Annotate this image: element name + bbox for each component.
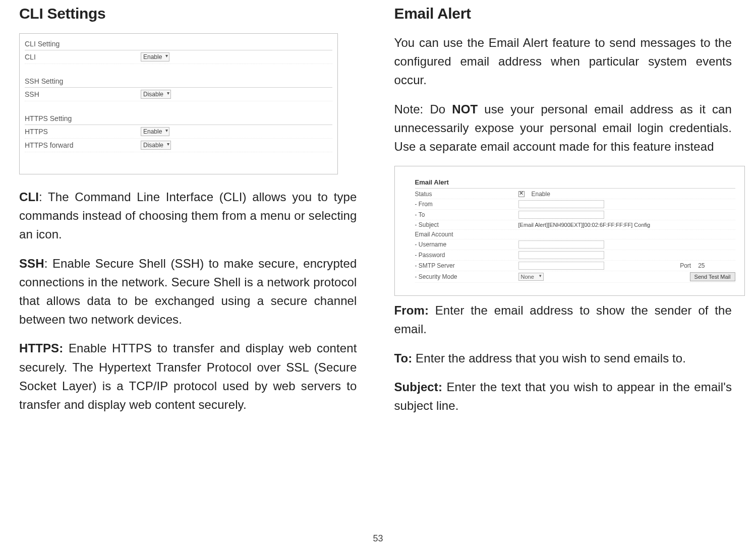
status-value: Enable [532, 191, 550, 198]
email-alert-note: Note: Do NOT use your personal email add… [394, 100, 732, 156]
cli-row-label: CLI [25, 53, 141, 61]
https-description-text: Enable HTTPS to transfer and display web… [19, 341, 357, 411]
https-label-bold: HTTPS: [19, 341, 63, 355]
subject-value: [Email Alert][ENH900EXT][00:02:6F:FF:FF:… [518, 222, 651, 228]
from-input[interactable] [518, 200, 604, 208]
password-input[interactable] [518, 251, 604, 259]
cli-settings-heading: CLI Settings [19, 5, 357, 22]
to-description: To: Enter the address that you wish to s… [394, 349, 732, 367]
enable-checkbox[interactable] [518, 191, 525, 197]
email-alert-section-title: Email Alert [415, 178, 735, 189]
email-account-label: Email Account [415, 231, 518, 238]
right-column: Email Alert You can use the Email Alert … [394, 5, 732, 425]
subject-label: Subject [415, 221, 518, 228]
note-bold: NOT [452, 102, 478, 116]
smtp-server-input[interactable] [518, 262, 604, 270]
from-label: From [415, 201, 518, 208]
cli-select[interactable]: Enable [141, 52, 169, 62]
send-test-mail-button[interactable]: Send Test Mail [690, 272, 735, 281]
https-row-label: HTTPS [25, 128, 141, 136]
subject-text: Enter the text that you wish to appear i… [394, 380, 732, 412]
from-text: Enter the email address to show the send… [394, 303, 732, 336]
username-input[interactable] [518, 240, 604, 249]
to-input[interactable] [518, 211, 604, 219]
https-select[interactable]: Enable [141, 127, 169, 136]
to-label: To [415, 211, 518, 218]
password-label: Password [415, 252, 518, 259]
cli-description-text: : The Command Line Interface (CLI) allow… [19, 190, 357, 241]
https-description: HTTPS: Enable HTTPS to transfer and disp… [19, 339, 357, 414]
subject-description: Subject: Enter the text that you wish to… [394, 378, 732, 415]
https-forward-row-label: HTTPS forward [25, 141, 141, 149]
ssh-select[interactable]: Disable [141, 90, 171, 99]
https-forward-select[interactable]: Disable [141, 141, 171, 150]
subject-bold: Subject: [394, 380, 442, 394]
status-label: Status [415, 191, 518, 198]
email-alert-screenshot: Email Alert Status Enable From To Subjec… [394, 166, 745, 296]
cli-description: CLI: The Command Line Interface (CLI) al… [19, 188, 357, 244]
cli-settings-screenshot: CLI Setting CLI Enable SSH Setting SSH D… [19, 33, 338, 174]
from-description: From: Enter the email address to show th… [394, 301, 732, 338]
username-label: Username [415, 241, 518, 248]
cli-setting-section-title: CLI Setting [25, 37, 332, 50]
ssh-description-text: : Enable Secure Shell (SSH) to make secu… [19, 257, 357, 327]
smtp-server-label: SMTP Server [415, 262, 518, 269]
to-bold: To: [394, 351, 413, 365]
email-alert-heading: Email Alert [394, 5, 732, 22]
page-number: 53 [0, 533, 756, 544]
left-column: CLI Settings CLI Setting CLI Enable SSH … [19, 5, 357, 425]
cli-label-bold: CLI [19, 190, 39, 204]
note-pre: Note: Do [394, 102, 452, 116]
ssh-setting-section-title: SSH Setting [25, 74, 332, 88]
to-text: Enter the address that you wish to send … [412, 351, 686, 365]
ssh-label-bold: SSH [19, 257, 44, 270]
email-alert-intro: You can use the Email Alert feature to s… [394, 33, 732, 90]
port-label: Port [680, 262, 691, 269]
https-setting-section-title: HTTPS Setting [25, 111, 332, 125]
security-mode-select[interactable]: None [518, 273, 544, 281]
ssh-description: SSH: Enable Secure Shell (SSH) to make s… [19, 254, 357, 329]
ssh-row-label: SSH [25, 90, 141, 98]
from-bold: From: [394, 303, 429, 317]
security-mode-label: Security Mode [415, 273, 518, 280]
port-value: 25 [698, 262, 705, 269]
